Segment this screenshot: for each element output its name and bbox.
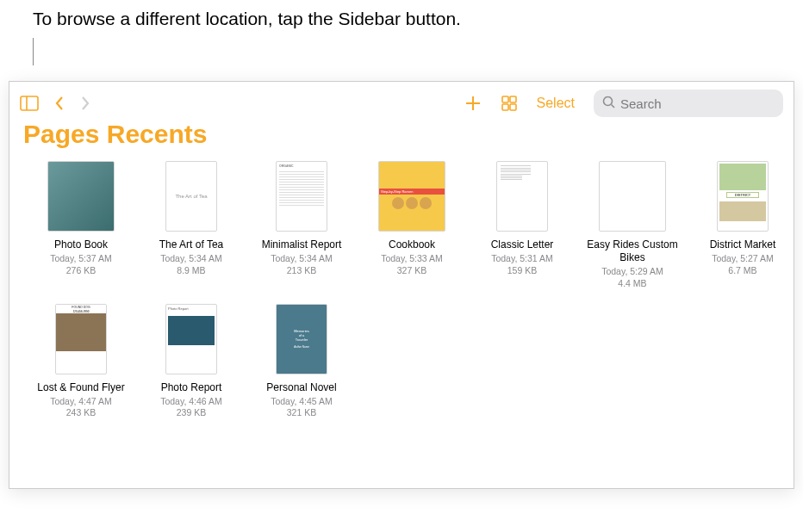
svg-rect-6 [502,104,508,110]
document-thumbnail: Step-by-Step Ramen [378,161,445,232]
annotation-text: To browse a different location, tap the … [33,7,803,31]
toolbar: Select [9,82,794,120]
document-time: Today, 5:27 AM [692,253,794,265]
document-thumbnail: DISTRICT [717,161,769,232]
svg-line-9 [612,104,615,108]
document-meta: Photo ReportToday, 4:46 AM239 KB [140,381,242,419]
document-thumbnail: The Art of Tea [165,161,217,232]
document-time: Today, 5:33 AM [361,253,463,265]
document-size: 4.4 MB [582,278,683,290]
document-time: Today, 4:47 AM [30,396,132,408]
svg-rect-7 [510,104,516,110]
document-name: Minimalist Report [251,238,352,251]
sidebar-button[interactable] [20,96,39,111]
document-time: Today, 4:46 AM [140,396,242,408]
document-name: Classic Letter [471,238,573,251]
back-button[interactable] [54,96,65,111]
document-meta: The Art of TeaToday, 5:34 AM8.9 MB [140,238,242,276]
document-name: Lost & Found Flyer [30,381,132,394]
document-item[interactable]: DISTRICTDistrict MarketToday, 5:27 AM6.7… [692,161,794,289]
document-time: Today, 5:34 AM [140,253,242,265]
app-window: Select Pages Recents Photo BookToday, 5:… [9,81,794,489]
document-meta: Classic LetterToday, 5:31 AM159 KB [471,238,573,276]
documents-grid: Photo BookToday, 5:37 AM276 KBThe Art of… [9,161,794,419]
document-item[interactable]: Photo ReportPhoto ReportToday, 4:46 AM23… [140,304,242,419]
document-thumbnail: CUST BIKE [599,161,666,232]
document-meta: Easy Rides Custom BikesToday, 5:29 AM4.4… [582,238,683,289]
view-grid-button[interactable] [501,95,518,112]
document-item[interactable]: The Art of TeaThe Art of TeaToday, 5:34 … [140,161,242,289]
document-item[interactable]: Classic LetterToday, 5:31 AM159 KB [471,161,573,289]
select-button[interactable]: Select [537,96,575,111]
document-time: Today, 5:34 AM [251,253,352,265]
document-size: 243 KB [30,407,132,419]
document-name: Photo Book [30,238,132,251]
search-box[interactable] [594,90,783,117]
forward-button[interactable] [80,96,90,111]
document-item[interactable]: CUST BIKEEasy Rides Custom BikesToday, 5… [582,161,683,289]
svg-point-8 [604,96,613,105]
document-name: Easy Rides Custom Bikes [582,238,683,264]
add-button[interactable] [464,95,482,112]
annotation-callout: To browse a different location, tap the … [0,0,803,81]
document-meta: Lost & Found FlyerToday, 4:47 AM243 KB [30,381,132,419]
document-size: 276 KB [30,265,132,277]
document-item[interactable]: Photo BookToday, 5:37 AM276 KB [30,161,132,289]
document-name: Photo Report [140,381,242,394]
document-size: 213 KB [251,265,352,277]
document-meta: District MarketToday, 5:27 AM6.7 MB [692,238,794,276]
document-size: 327 KB [361,265,463,277]
document-time: Today, 4:45 AM [251,396,352,408]
page-title: Pages Recents [9,120,794,161]
document-meta: Photo BookToday, 5:37 AM276 KB [30,238,132,276]
document-size: 321 KB [251,407,352,419]
document-name: Cookbook [361,238,463,251]
document-thumbnail [496,161,548,232]
document-thumbnail [47,161,115,232]
search-icon [602,96,615,112]
document-meta: Minimalist ReportToday, 5:34 AM213 KB [251,238,352,276]
document-item[interactable]: ORGANICMinimalist ReportToday, 5:34 AM21… [251,161,352,289]
svg-rect-0 [21,96,38,110]
document-time: Today, 5:31 AM [471,253,573,265]
callout-line [33,38,34,65]
document-item[interactable]: Step-by-Step RamenCookbookToday, 5:33 AM… [361,161,463,289]
document-name: Personal Novel [251,381,352,394]
document-name: The Art of Tea [140,238,242,251]
document-size: 8.9 MB [140,265,242,277]
svg-rect-4 [502,96,508,102]
document-size: 6.7 MB [692,265,794,277]
document-thumbnail: ORGANIC [276,161,327,232]
document-size: 159 KB [471,265,573,277]
document-time: Today, 5:37 AM [30,253,132,265]
document-item[interactable]: Memoriesof aTravelerAuthor NamePersonal … [251,304,352,419]
document-thumbnail: Photo Report [165,304,217,374]
document-thumbnail: Memoriesof aTravelerAuthor Name [276,304,327,374]
document-meta: Personal NovelToday, 4:45 AM321 KB [251,381,352,419]
document-item[interactable]: FOUND DOG123-456-7890Lost & Found FlyerT… [30,304,132,419]
document-size: 239 KB [140,407,242,419]
search-input[interactable] [620,96,775,111]
document-thumbnail: FOUND DOG123-456-7890 [55,304,107,374]
svg-rect-5 [510,96,516,102]
document-time: Today, 5:29 AM [582,266,683,278]
document-name: District Market [692,238,794,251]
document-meta: CookbookToday, 5:33 AM327 KB [361,238,463,276]
